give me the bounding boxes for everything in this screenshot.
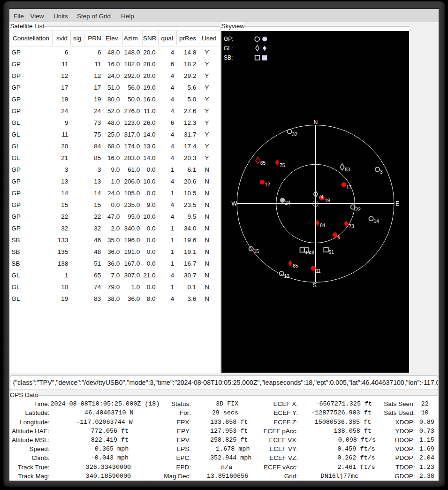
svg-text:3: 3	[380, 169, 383, 175]
svg-text:12: 12	[265, 182, 270, 187]
svg-text:13: 13	[284, 274, 289, 279]
svg-text:E: E	[395, 200, 399, 207]
svg-text:N: N	[313, 119, 318, 126]
svg-text:75: 75	[280, 163, 285, 168]
svg-text:65: 65	[260, 161, 266, 166]
svg-text:83: 83	[345, 167, 350, 172]
svg-text:S: S	[313, 282, 317, 289]
svg-text:85: 85	[293, 263, 298, 268]
svg-text:6: 6	[337, 235, 340, 240]
svg-text:GL:: GL:	[224, 45, 233, 52]
svg-text:48: 48	[309, 250, 315, 255]
svg-text:32: 32	[292, 132, 298, 137]
svg-text:74: 74	[318, 194, 324, 199]
svg-text:22: 22	[356, 207, 361, 212]
svg-text:GP:: GP:	[224, 36, 234, 42]
svg-text:51: 51	[329, 250, 334, 255]
svg-text:14: 14	[374, 219, 380, 224]
svg-text:11: 11	[316, 268, 321, 274]
svg-text:15: 15	[254, 249, 259, 254]
svg-text:19: 19	[325, 198, 330, 203]
svg-text:17: 17	[346, 185, 352, 190]
svg-text:73: 73	[349, 224, 355, 229]
svg-text:SB:: SB:	[224, 54, 233, 61]
svg-text:W: W	[232, 200, 237, 207]
svg-text:24: 24	[285, 200, 291, 206]
svg-text:84: 84	[320, 223, 326, 228]
